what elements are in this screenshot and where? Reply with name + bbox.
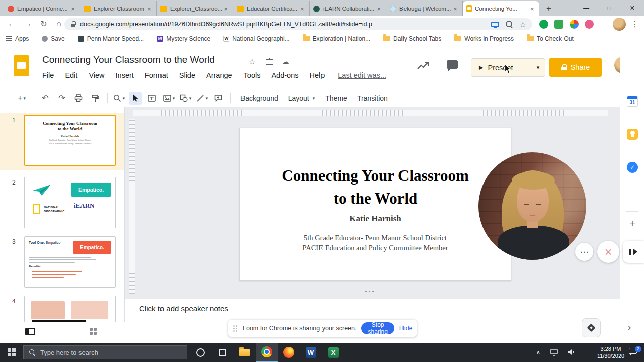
tab-belouga[interactable]: Belouga | Welcom... × — [386, 1, 463, 16]
grid-view-icon[interactable] — [90, 328, 98, 336]
move-to-folder-icon[interactable] — [266, 59, 273, 65]
new-slide-button[interactable]: + ▾ — [15, 92, 28, 105]
bookmark-mystery-science[interactable]: M Mystery Science — [157, 35, 210, 42]
bookmark-folder-works-in-progress[interactable]: Works in Progress — [454, 35, 514, 42]
slide-author[interactable]: Katie Harnish — [240, 214, 511, 224]
transition-button[interactable]: Transition — [352, 92, 393, 105]
tray-expand-icon[interactable]: ∧ — [532, 343, 544, 362]
reload-icon[interactable]: ↻ — [38, 19, 49, 29]
tab-explorer-classroom[interactable]: Explorer Classroom × — [80, 1, 157, 16]
forward-icon[interactable]: → — [22, 19, 33, 28]
word-button[interactable]: W — [300, 343, 322, 362]
excel-button[interactable]: X — [322, 343, 344, 362]
document-status-cloud-icon[interactable]: ☁ — [282, 57, 289, 66]
menu-addons[interactable]: Add-ons — [271, 71, 298, 79]
bookmark-penn-manor[interactable]: Penn Manor Speed... — [78, 35, 144, 42]
bookmark-folder-to-check-out[interactable]: To Check Out — [527, 35, 574, 42]
action-center-button[interactable]: 2 — [629, 347, 640, 358]
extension-icon-1[interactable] — [539, 20, 548, 29]
slide-thumbnail-2[interactable]: Empatico. iEARN NATIONAL GEOGRAPHIC — [24, 177, 116, 228]
insert-image-button[interactable]: ▾ — [162, 92, 175, 105]
filmstrip-view-icon[interactable] — [25, 328, 35, 335]
tab-close-icon[interactable]: × — [375, 5, 382, 13]
volume-tray-icon[interactable] — [568, 349, 575, 355]
extension-icon-3[interactable] — [570, 20, 579, 29]
slide-title[interactable]: Connecting Your Classroom to the World — [240, 164, 511, 210]
add-addon-icon[interactable]: + — [627, 217, 638, 229]
bookmark-national-geographic[interactable]: W National Geographi... — [223, 35, 289, 42]
display-tray-icon[interactable] — [550, 349, 558, 356]
notes-resize-handle[interactable] — [365, 291, 374, 292]
speaker-notes-placeholder[interactable]: Click to add speaker notes — [139, 304, 228, 313]
browser-profile-avatar[interactable] — [613, 18, 626, 31]
document-title[interactable]: Connecting Your Classroom to the World — [42, 54, 215, 65]
browser-menu-icon[interactable]: ⋮ — [631, 19, 639, 29]
tab-close-icon[interactable]: × — [529, 5, 536, 13]
bookmark-save[interactable]: Save — [42, 35, 64, 42]
menu-format[interactable]: Format — [145, 71, 168, 79]
bookmark-folder-exploration[interactable]: Exploration | Nation... — [303, 35, 371, 42]
window-maximize-button[interactable]: □ — [598, 0, 621, 16]
start-button[interactable] — [0, 343, 23, 362]
home-icon[interactable]: ⌂ — [53, 19, 64, 28]
present-main[interactable]: ▶ Present — [471, 64, 531, 72]
present-button[interactable]: ▶ Present ▾ — [471, 58, 545, 77]
webcam-more-options-button[interactable]: ⋯ — [575, 243, 593, 261]
side-panel-expand-icon[interactable]: › — [628, 322, 631, 333]
menu-help[interactable]: Help — [309, 71, 325, 79]
tab-empatico[interactable]: Empatico | Conne... × — [4, 1, 80, 16]
activity-dashboard-icon[interactable] — [417, 60, 430, 72]
insert-shape-button[interactable]: ▾ — [179, 92, 192, 105]
window-close-button[interactable]: × — [621, 0, 644, 16]
present-dropdown-button[interactable]: ▾ — [531, 59, 545, 76]
zoom-icon[interactable] — [506, 21, 513, 28]
comments-icon[interactable] — [447, 60, 458, 69]
menu-view[interactable]: View — [89, 71, 104, 79]
file-explorer-button[interactable] — [233, 343, 256, 362]
tab-explorer-classroom-2[interactable]: Explorer_Classroo... × — [157, 1, 233, 16]
menu-edit[interactable]: Edit — [65, 71, 77, 79]
menu-arrange[interactable]: Arrange — [206, 71, 232, 79]
tab-close-icon[interactable]: × — [452, 5, 459, 13]
tab-close-icon[interactable]: × — [146, 5, 153, 13]
window-minimize-button[interactable]: — — [575, 0, 598, 16]
insert-line-button[interactable]: ▾ — [195, 92, 208, 105]
chrome-button-active[interactable] — [256, 343, 278, 362]
theme-button[interactable]: Theme — [320, 92, 352, 105]
menu-insert[interactable]: Insert — [116, 71, 134, 79]
menu-tools[interactable]: Tools — [244, 71, 261, 79]
address-bar[interactable]: docs.google.com/presentation/d/19Z6DIhrd… — [64, 18, 532, 30]
task-view-button[interactable] — [211, 343, 233, 362]
redo-button[interactable]: ↷ — [55, 92, 68, 105]
menu-file[interactable]: File — [42, 71, 54, 79]
last-edit-link[interactable]: Last edit was... — [338, 71, 386, 79]
slide-subtitle-1[interactable]: 5th Grade Educator- Penn Manor School Di… — [240, 234, 511, 242]
taskbar-clock[interactable]: 3:28 PM 11/30/2020 — [594, 345, 628, 359]
slide-thumbnail-4[interactable] — [24, 296, 116, 322]
share-button[interactable]: Share — [549, 58, 602, 77]
menu-slide[interactable]: Slide — [179, 71, 195, 79]
slide-thumbnail-3[interactable]: Tool One: Empatico Empatico. Benefits: — [24, 236, 116, 288]
paint-format-button[interactable] — [89, 92, 102, 105]
bookmark-folder-daily-school-tabs[interactable]: Daily School Tabs — [383, 35, 441, 42]
keep-icon[interactable] — [627, 129, 638, 140]
undo-button[interactable]: ↶ — [39, 92, 52, 105]
text-box-button[interactable] — [145, 92, 158, 105]
layout-button[interactable]: Layout ▾ — [283, 92, 320, 105]
background-button[interactable]: Background — [235, 92, 283, 105]
slide-thumbnail-1-selected[interactable]: Connecting Your Classroom to the World K… — [24, 115, 116, 166]
extension-icon-4[interactable] — [585, 20, 594, 29]
new-tab-button[interactable]: + — [542, 2, 555, 15]
stop-sharing-button[interactable]: Stop sharing — [361, 322, 394, 334]
tab-educator-certification[interactable]: Educator Certifica... × — [233, 1, 310, 16]
calendar-icon[interactable]: 31 — [627, 96, 638, 107]
tab-close-icon[interactable]: × — [69, 5, 76, 13]
recorder-sidebar-toggle[interactable] — [623, 241, 644, 263]
google-slides-logo-icon[interactable] — [14, 55, 29, 76]
slide-canvas[interactable]: Connecting Your Classroom to the World K… — [239, 128, 511, 281]
firefox-button[interactable] — [278, 343, 300, 362]
star-document-icon[interactable]: ☆ — [249, 57, 255, 66]
extension-icon-2[interactable] — [554, 20, 564, 29]
tab-close-icon[interactable]: × — [299, 5, 306, 13]
webcam-bubble[interactable] — [478, 152, 586, 260]
